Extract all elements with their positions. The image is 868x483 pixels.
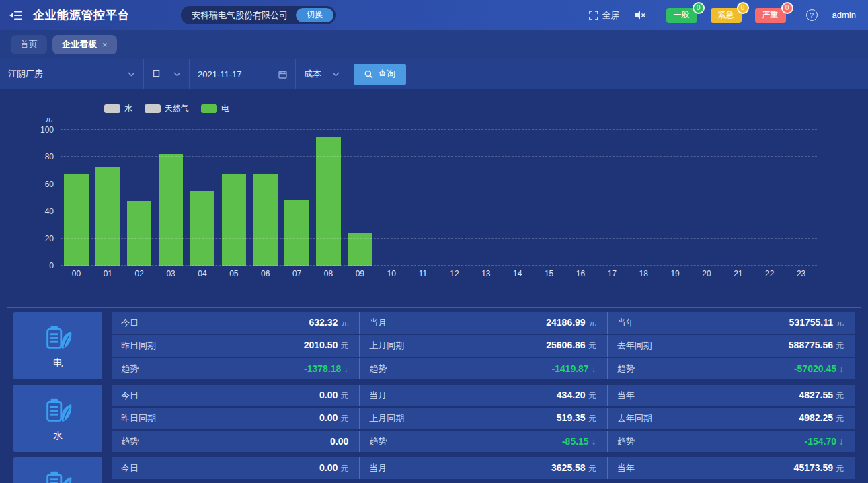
- metric-cell: 当年4827.55元: [607, 385, 855, 406]
- metric-cell: 趋势-154.70↓: [607, 431, 855, 452]
- legend-item[interactable]: 水: [104, 103, 132, 114]
- metric-value: 2010.50元: [304, 340, 349, 352]
- chart-plot: 元 020406080100: [61, 130, 817, 266]
- alarm-critical-button[interactable]: 严重0: [755, 8, 786, 23]
- query-button-label: 查询: [378, 68, 395, 80]
- alarm-label: 一般: [674, 9, 690, 21]
- metric-select[interactable]: 成本: [296, 59, 348, 89]
- metric-unit: 元: [340, 391, 348, 400]
- x-axis-tick: 17: [596, 269, 628, 278]
- chart-legend: 水天然气电: [104, 103, 868, 114]
- site-select[interactable]: 江阴厂房: [0, 59, 144, 89]
- gridline: [61, 265, 817, 266]
- y-axis-tick: 40: [45, 207, 54, 216]
- bar-电-06: [253, 174, 278, 266]
- metric-value: 24186.99元: [546, 317, 596, 329]
- metric-unit: 元: [588, 341, 596, 350]
- x-axis-tick: 00: [61, 269, 92, 278]
- energy-cost-chart: 水天然气电 元 020406080100 0001020304050607080…: [0, 89, 868, 278]
- switch-company-button[interactable]: 切换: [296, 8, 333, 22]
- x-axis-tick: 16: [565, 269, 596, 278]
- metric-label: 去年同期: [617, 340, 652, 352]
- legend-swatch: [201, 104, 217, 113]
- battery-leaf-icon: [42, 395, 73, 426]
- x-axis-tick: 03: [155, 269, 187, 278]
- metric-cell: 今日632.32元: [112, 312, 359, 334]
- metric-cell: 去年同期4982.25元: [607, 408, 855, 429]
- y-axis-tick: 80: [45, 152, 54, 161]
- metric-label: 趋势: [369, 363, 387, 375]
- battery-leaf-icon: [42, 322, 73, 353]
- tab-label: 首页: [20, 38, 38, 50]
- x-axis-tick: 05: [218, 269, 249, 278]
- metric-label: 去年同期: [617, 412, 652, 424]
- metric-label: 当年: [617, 389, 635, 402]
- metric-label: 当年: [617, 317, 635, 329]
- metric-cell: 趋势-57020.45↓: [607, 358, 855, 379]
- energy-type-label: 电: [53, 357, 63, 369]
- metric-unit: 元: [340, 414, 348, 423]
- bar-slot: [660, 130, 691, 266]
- gridline: [61, 211, 817, 211]
- help-icon[interactable]: ?: [806, 9, 818, 21]
- metric-cell: 当月24186.99元: [359, 312, 606, 334]
- metric-value: 0.00元: [319, 462, 348, 474]
- chevron-down-icon: [332, 72, 340, 77]
- legend-label: 水: [124, 103, 132, 114]
- chevron-down-icon: [173, 72, 181, 77]
- close-icon[interactable]: ×: [102, 40, 108, 50]
- gridline: [61, 238, 817, 239]
- mute-icon[interactable]: [635, 10, 646, 20]
- tab-home[interactable]: 首页: [11, 35, 47, 54]
- metric-label: 上月同期: [369, 340, 404, 352]
- metric-cell: 当月434.20元: [359, 385, 606, 406]
- x-axis-tick: 12: [439, 269, 471, 278]
- y-axis-tick: 20: [45, 234, 54, 244]
- bar-slot: [218, 130, 249, 266]
- x-axis-tick: 23: [785, 269, 817, 278]
- alarm-urgent-button[interactable]: 紧急0: [711, 8, 742, 23]
- bar-slot: [61, 130, 92, 266]
- metric-unit: 元: [588, 391, 596, 400]
- app-root: 企业能源管控平台 安科瑞电气股份有限公司 切换 全屏: [0, 0, 868, 483]
- metric-cell: 当年531755.11元: [607, 312, 855, 334]
- metric-label: 趋势: [121, 363, 139, 375]
- metric-value: 0.00元: [319, 389, 348, 402]
- x-axis-tick: 13: [470, 269, 502, 278]
- metric-unit: 元: [588, 414, 596, 423]
- bar-slot: [628, 130, 660, 266]
- period-select[interactable]: 日: [144, 59, 190, 89]
- collapse-menu-icon[interactable]: [9, 9, 22, 22]
- x-axis-tick: 14: [502, 269, 533, 278]
- x-axis-tick: 10: [376, 269, 407, 278]
- metric-label: 今日: [121, 317, 139, 329]
- metric-label: 当月: [369, 317, 387, 329]
- bar-slot: [722, 130, 754, 266]
- bar-slot: [249, 130, 281, 266]
- username[interactable]: admin: [832, 10, 856, 20]
- query-button[interactable]: 查询: [354, 64, 406, 85]
- energy-type-tile: 天然气: [13, 457, 102, 483]
- legend-item[interactable]: 天然气: [145, 103, 189, 114]
- app-title: 企业能源管控平台: [33, 7, 130, 23]
- tab-label: 企业看板: [62, 38, 97, 50]
- metric-value: 4827.55元: [799, 389, 844, 402]
- bar-slot: [344, 130, 376, 266]
- y-axis-tick: 0: [49, 261, 54, 270]
- bar-slot: [785, 130, 817, 266]
- tab-dashboard[interactable]: 企业看板×: [52, 35, 117, 54]
- tab-bar: 首页企业看板×: [0, 30, 868, 59]
- alarm-general-button[interactable]: 一般0: [666, 8, 697, 23]
- metric-cell: 昨日同期0.00元: [112, 408, 359, 429]
- bar-slot: [502, 130, 533, 266]
- fullscreen-button[interactable]: 全屏: [589, 9, 620, 22]
- date-picker[interactable]: 2021-11-17: [190, 59, 296, 89]
- arrow-down-icon: ↓: [344, 363, 348, 374]
- metric-cell: 趋势-85.15↓: [359, 431, 606, 452]
- metric-cell: 趋势-1419.87↓: [359, 358, 606, 379]
- legend-item[interactable]: 电: [201, 103, 229, 114]
- chart-x-axis: 0001020304050607080910111213141516171819…: [61, 269, 817, 278]
- bar-电-00: [64, 174, 89, 266]
- bar-电-04: [190, 191, 215, 266]
- energy-type-label: 水: [53, 430, 63, 442]
